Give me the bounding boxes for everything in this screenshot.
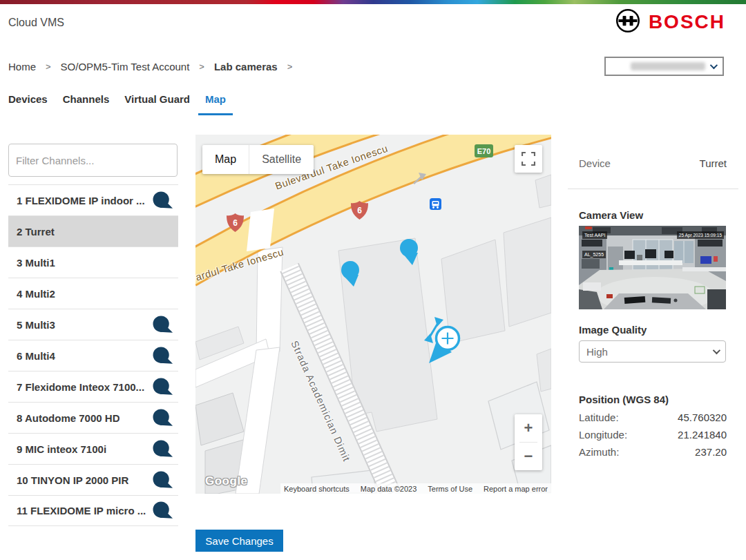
camera-placed-marker-icon <box>153 316 174 334</box>
latitude-row: Latitude: 45.760320 <box>579 412 727 423</box>
keyboard-shortcuts-link[interactable]: Keyboard shortcuts <box>284 485 350 493</box>
image-quality-select[interactable]: High <box>579 340 726 363</box>
bus-stop-icon <box>430 198 441 210</box>
channel-row[interactable]: 8 Autodome 7000 HD <box>8 402 178 433</box>
channel-label: 3 Multi1 <box>17 257 55 269</box>
channel-row[interactable]: 4 Multi2 <box>8 278 178 309</box>
account-dropdown[interactable] <box>604 57 724 76</box>
app-title: Cloud VMS <box>8 17 64 29</box>
channel-sidebar: 1 FLEXIDOME IP indoor ... 2 Turret 3 Mul… <box>8 144 178 526</box>
azimuth-value: 237.20 <box>695 446 727 458</box>
channel-label: 11 FLEXIDOME IP micro ... <box>17 505 146 516</box>
zoom-out-button[interactable]: − <box>515 443 542 470</box>
map-canvas[interactable]: Bulevardul Take Ionescu Bulevardul Take … <box>195 135 551 494</box>
channel-label: 4 Multi2 <box>17 288 55 300</box>
camera-timestamp-overlay: 25 Apr 2023 15:09:15 <box>677 231 724 239</box>
channel-label: 6 Multi4 <box>17 350 55 362</box>
fullscreen-icon <box>519 150 537 168</box>
position-rows: Latitude: 45.760320 Longitude: 21.241840… <box>568 405 738 458</box>
route-6-shield-badge: 6 <box>350 200 369 220</box>
chevron-down-icon <box>713 347 720 354</box>
e70-route-badge: E70 <box>475 144 493 157</box>
camera-placed-marker-icon <box>153 471 174 490</box>
breadcrumb-separator: > <box>199 61 204 72</box>
channel-label: 7 Flexidome Inteox 7100... <box>17 381 144 393</box>
fullscreen-button[interactable] <box>515 145 542 173</box>
longitude-label: Longitude: <box>579 429 627 441</box>
image-quality-title: Image Quality <box>568 324 738 336</box>
channel-label: 1 FLEXIDOME IP indoor ... <box>17 195 145 206</box>
camera-placed-marker-icon <box>153 347 174 365</box>
map-type-satellite-button[interactable]: Satellite <box>249 145 314 174</box>
tab-channels[interactable]: Channels <box>63 90 110 115</box>
device-name-value: Turret <box>700 157 727 169</box>
azimuth-label: Azimuth: <box>579 446 619 458</box>
channel-row[interactable]: 9 MIC inteox 7100i <box>8 433 178 464</box>
channel-label: 2 Turret <box>17 226 55 238</box>
channel-row[interactable]: 1 FLEXIDOME IP indoor ... <box>8 184 178 215</box>
channel-label: 9 MIC inteox 7100i <box>17 443 106 455</box>
device-details-panel: Device Turret Camera View <box>568 135 738 463</box>
camera-placed-marker-icon <box>153 191 174 210</box>
breadcrumb-home[interactable]: Home <box>8 61 36 73</box>
map-attribution: Keyboard shortcuts Map data ©2023 Terms … <box>280 483 551 494</box>
image-quality-value: High <box>586 346 608 358</box>
camera-placed-marker-icon <box>153 501 174 520</box>
tab-map[interactable]: Map <box>198 90 233 115</box>
tab-virtual-guard[interactable]: Virtual Guard <box>124 90 190 115</box>
breadcrumb-account[interactable]: SO/OPM5-Tim Test Account <box>61 61 190 73</box>
camera-view-title: Camera View <box>568 209 738 221</box>
svg-text:6: 6 <box>233 218 238 228</box>
map-type-map-button[interactable]: Map <box>202 145 249 174</box>
latitude-label: Latitude: <box>579 412 619 423</box>
azimuth-row: Azimuth: 237.20 <box>579 446 727 458</box>
breadcrumb-separator: > <box>287 61 293 72</box>
zoom-in-button[interactable]: + <box>515 414 542 442</box>
breadcrumb-separator: > <box>46 61 51 72</box>
camera-alarm-overlay: AL_5255 <box>582 251 606 258</box>
channel-label: 8 Autodome 7000 HD <box>17 412 119 424</box>
svg-text:6: 6 <box>357 206 362 215</box>
longitude-value: 21.241840 <box>678 429 727 441</box>
route-6-shield-badge: 6 <box>226 213 245 233</box>
breadcrumb-lab-cameras[interactable]: Lab cameras <box>214 61 278 73</box>
filter-channels-input[interactable] <box>8 144 178 177</box>
account-dropdown-redacted-value <box>631 62 705 70</box>
camera-placed-marker-icon <box>153 409 174 427</box>
camera-rec-indicator <box>585 226 592 229</box>
longitude-row: Longitude: 21.241840 <box>579 429 727 441</box>
camera-placed-marker-icon <box>153 378 174 396</box>
tab-bar: Devices Channels Virtual Guard Map <box>8 90 233 115</box>
bosch-wordmark: BOSCH <box>649 11 725 33</box>
position-title: Position (WGS 84) <box>568 394 738 405</box>
channel-row[interactable]: 10 TINYON IP 2000 PIR <box>8 464 178 495</box>
map-data-copyright: Map data ©2023 <box>361 485 417 493</box>
bosch-logo: BOSCH <box>615 8 725 36</box>
channel-row[interactable]: 5 Multi3 <box>8 309 178 340</box>
tab-devices[interactable]: Devices <box>8 90 48 115</box>
camera-snapshot: Test AAPI AL_5255 25 Apr 2023 15:09:15 <box>579 226 726 309</box>
terms-of-use-link[interactable]: Terms of Use <box>428 485 472 493</box>
latitude-value: 45.760320 <box>678 412 727 423</box>
map-zoom-control: + − <box>515 414 542 470</box>
channel-label: 5 Multi3 <box>17 319 55 331</box>
channel-row[interactable]: 11 FLEXIDOME IP micro ... <box>8 495 178 526</box>
camera-name-overlay: Test AAPI <box>582 231 607 239</box>
breadcrumb: Home > SO/OPM5-Tim Test Account > Lab ca… <box>8 61 292 73</box>
bosch-supergraphic-bar <box>0 0 746 4</box>
bosch-symbol-icon <box>615 8 640 36</box>
channel-row[interactable]: 6 Multi4 <box>8 340 178 371</box>
google-logo[interactable]: Google <box>205 474 248 488</box>
save-changes-button[interactable]: Save Changes <box>195 530 283 552</box>
camera-placed-marker-icon <box>153 440 174 458</box>
map-render <box>195 135 551 494</box>
channel-list: 1 FLEXIDOME IP indoor ... 2 Turret 3 Mul… <box>8 184 178 526</box>
divider <box>568 189 738 189</box>
channel-row[interactable]: 7 Flexidome Inteox 7100... <box>8 371 178 402</box>
channel-row[interactable]: 3 Multi1 <box>8 247 178 278</box>
map-type-control: Map Satellite <box>202 145 314 174</box>
chevron-down-icon <box>710 61 718 69</box>
report-map-error-link[interactable]: Report a map error <box>484 485 548 493</box>
channel-label: 10 TINYON IP 2000 PIR <box>17 474 128 486</box>
channel-row[interactable]: 2 Turret <box>8 215 178 247</box>
